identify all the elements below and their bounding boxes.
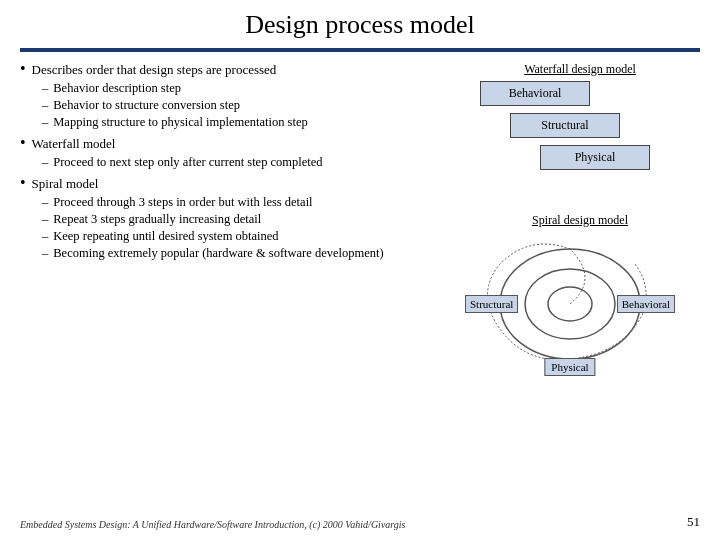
spiral-container: Structural Behavioral Physical [470,234,670,374]
sub-list-waterfall: Proceed to next step only after current … [20,155,450,170]
sub-list-describes: Behavior description step Behavior to st… [20,81,450,130]
sub-item-text: Proceed through 3 steps in order but wit… [53,195,312,210]
section-waterfall: • Waterfall model Proceed to next step o… [20,136,450,170]
list-item: Behavior description step [42,81,450,96]
list-item: Proceed through 3 steps in order but wit… [42,195,450,210]
page-number: 51 [687,514,700,530]
bullet-waterfall: • Waterfall model [20,136,450,152]
list-item: Keep repeating until desired system obta… [42,229,450,244]
footer-citation: Embedded Systems Design: A Unified Hardw… [20,519,406,530]
content-area: • Describes order that design steps are … [20,62,700,374]
spiral-tag-physical: Physical [544,358,595,376]
list-item: Behavior to structure conversion step [42,98,450,113]
right-column: Waterfall design model Behavioral Struct… [460,62,700,374]
bullet-dot: • [20,135,26,152]
page-title: Design process model [20,10,700,40]
list-item: Becoming extremely popular (hardware & s… [42,246,450,261]
waterfall-box-behavioral: Behavioral [480,81,590,106]
sub-item-text: Becoming extremely popular (hardware & s… [53,246,383,261]
waterfall-box-physical: Physical [540,145,650,170]
spiral-diagram: Spiral design model Structural [470,213,690,374]
waterfall-diagram-label: Waterfall design model [480,62,680,77]
sub-item-text: Proceed to next step only after current … [53,155,322,170]
bullet-dot: • [20,175,26,192]
page: Design process model • Describes order t… [0,0,720,540]
bullet-describes-text: Describes order that design steps are pr… [32,62,277,78]
waterfall-box-structural: Structural [510,113,620,138]
bullet-waterfall-text: Waterfall model [32,136,116,152]
bullet-spiral-text: Spiral model [32,176,99,192]
spiral-tag-structural: Structural [465,295,518,313]
sub-item-text: Repeat 3 steps gradually increasing deta… [53,212,261,227]
sub-item-text: Keep repeating until desired system obta… [53,229,278,244]
waterfall-boxes-container: Behavioral Structural Physical [480,81,660,181]
section-describes: • Describes order that design steps are … [20,62,450,130]
sub-item-text: Behavior description step [53,81,181,96]
waterfall-diagram: Waterfall design model Behavioral Struct… [480,62,680,181]
blue-divider [20,48,700,52]
bullet-dot: • [20,61,26,78]
sub-item-text: Mapping structure to physical implementa… [53,115,307,130]
sub-list-spiral: Proceed through 3 steps in order but wit… [20,195,450,261]
sub-item-text: Behavior to structure conversion step [53,98,240,113]
bullet-spiral: • Spiral model [20,176,450,192]
list-item: Proceed to next step only after current … [42,155,450,170]
section-spiral: • Spiral model Proceed through 3 steps i… [20,176,450,261]
spiral-diagram-label: Spiral design model [470,213,690,228]
left-column: • Describes order that design steps are … [20,62,450,374]
list-item: Repeat 3 steps gradually increasing deta… [42,212,450,227]
bullet-describes: • Describes order that design steps are … [20,62,450,78]
spiral-tag-behavioral: Behavioral [617,295,675,313]
list-item: Mapping structure to physical implementa… [42,115,450,130]
